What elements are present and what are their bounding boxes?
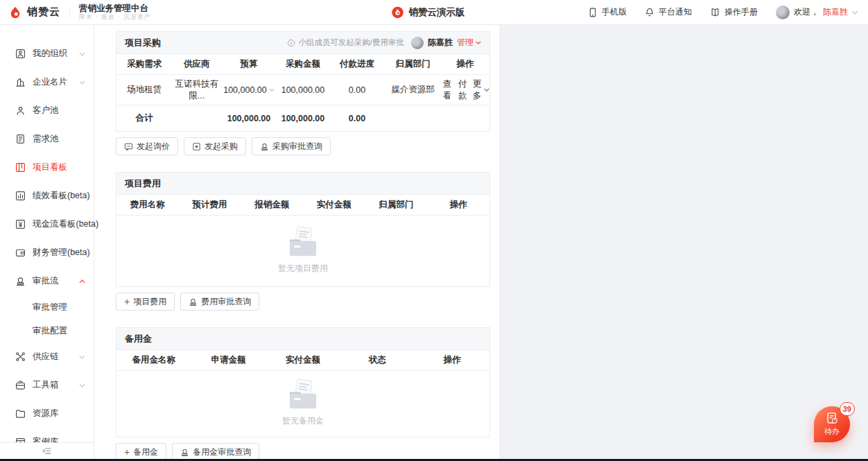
cell-need: 场地租赁 (116, 84, 173, 96)
total-progress: 0.00 (329, 114, 385, 123)
sidebar-item-demand-pool[interactable]: 需求池 (0, 125, 94, 153)
add-expense-button[interactable]: + 项目费用 (116, 293, 175, 311)
expense-table-header: 费用名称 预计费用 报销金额 实付金额 归属部门 操作 (116, 195, 489, 216)
button-label: 备用金审批查询 (193, 446, 251, 458)
button-label: 费用审批查询 (201, 296, 251, 308)
building-icon (15, 77, 26, 87)
cell-amount: 100,000.00 (277, 85, 329, 95)
bar-chart-icon (15, 191, 26, 201)
member-avatar (411, 37, 424, 49)
reserve-empty-state: 暂无备用金 (116, 371, 489, 437)
cell-progress: 0.00 (329, 85, 385, 95)
button-label: 项目费用 (133, 296, 166, 308)
app-title: 营销业务管理中台 (79, 3, 151, 13)
brand-logo[interactable]: 销赞云 (8, 6, 60, 19)
main-content: 项目采购 小组成员可发起采购/费用审批 陈嘉胜 管理 采购需求 供应商 (94, 25, 499, 459)
env-title: 销赞云演示版 (409, 6, 465, 19)
user-menu[interactable]: 欢迎，陈嘉胜 (776, 6, 858, 19)
manage-dropdown[interactable]: 管理 (457, 37, 481, 49)
empty-text: 暂无备用金 (282, 415, 324, 427)
manual-button[interactable]: 操作手册 (710, 6, 758, 18)
app-title-block: 营销业务管理中台 降本 · 提效 · 沉淀资产 (79, 3, 151, 21)
document-icon (15, 134, 26, 144)
col-header: 备用金名称 (116, 354, 191, 366)
manual-label: 操作手册 (724, 6, 758, 18)
sidebar-item-approval-flow[interactable]: 审批流 (0, 267, 94, 295)
sidebar-item-project-board[interactable]: 项目看板 (0, 153, 94, 182)
bell-icon (645, 8, 654, 17)
sidebar-item-resource-library[interactable]: 资源库 (0, 399, 94, 428)
sidebar-item-customer-pool[interactable]: 客户池 (0, 96, 94, 125)
purchase-approval-query-button[interactable]: 采购审批查询 (252, 137, 331, 155)
start-purchase-button[interactable]: 发起采购 (184, 137, 246, 155)
mobile-version-label: 手机版 (602, 6, 627, 18)
sidebar-collapse-toggle[interactable] (0, 442, 94, 459)
todo-floating-button[interactable]: 待办 39 (814, 406, 850, 442)
book-icon (710, 8, 720, 17)
quote-bubble-icon (124, 142, 133, 151)
sidebar-subitem-approval-config[interactable]: 审批配置 (0, 319, 94, 342)
col-header: 采购金额 (277, 58, 329, 70)
purchase-panel-header: 项目采购 小组成员可发起采购/费用审批 陈嘉胜 管理 (116, 32, 489, 54)
sidebar-item-performance-board[interactable]: 绩效看板(beta) (0, 182, 94, 210)
plus-icon: + (124, 447, 130, 457)
start-inquiry-button[interactable]: 发起询价 (116, 137, 178, 155)
more-dropdown[interactable]: 更多 (472, 78, 489, 102)
chevron-down-icon (79, 194, 85, 198)
sidebar-item-cashflow-board[interactable]: 现金流看板(beta) (0, 210, 94, 238)
cell-department: 媒介资源部 (385, 84, 441, 96)
briefcase-icon (15, 380, 26, 390)
environment-title: 销赞云演示版 (392, 0, 465, 25)
expense-approval-query-button[interactable]: 费用审批查询 (180, 293, 259, 311)
wallet-icon (15, 247, 26, 258)
chevron-up-icon (79, 279, 85, 284)
topbar: 销赞云 营销业务管理中台 降本 · 提效 · 沉淀资产 销赞云演示版 手机版 平… (0, 0, 868, 25)
chevron-down-icon (269, 88, 275, 92)
col-header: 申请金额 (191, 354, 266, 366)
sidebar-item-label: 供应链 (33, 351, 59, 363)
member-name: 陈嘉胜 (428, 37, 453, 49)
view-link[interactable]: 查看 (441, 78, 453, 102)
sidebar-subitem-approval-management[interactable]: 审批管理 (0, 295, 94, 319)
page-background (499, 25, 868, 459)
sidebar-item-my-organization[interactable]: 我的组织 (0, 40, 94, 68)
button-label: 备用金 (133, 446, 158, 458)
topbar-divider (69, 6, 70, 19)
sidebar: 我的组织 企业名片 客户池 需求池 项目看板 绩效看板(beta) 现 (0, 25, 94, 459)
col-header: 报销金额 (241, 199, 303, 211)
purchase-actions: 发起询价 发起采购 采购审批查询 (116, 137, 490, 155)
empty-folder-icon (285, 226, 321, 258)
sidebar-item-company-card[interactable]: 企业名片 (0, 68, 94, 96)
purchase-notice-text: 小组成员可发起采购/费用审批 (298, 37, 404, 48)
sidebar-item-label: 审批配置 (33, 325, 67, 337)
reserve-table-header: 备用金名称 申请金额 实付金额 状态 操作 (116, 350, 489, 371)
pay-link[interactable]: 付款 (456, 78, 468, 102)
button-label: 发起询价 (137, 141, 170, 153)
col-header: 操作 (415, 354, 489, 366)
collapse-menu-icon (42, 446, 52, 456)
sidebar-item-finance-management[interactable]: 财务管理(beta) (0, 238, 94, 267)
chevron-down-icon (79, 251, 85, 255)
col-header: 预算 (221, 58, 277, 70)
sidebar-item-toolbox[interactable]: 工具箱 (0, 371, 94, 399)
col-header: 供应商 (173, 58, 221, 70)
row-actions: 查看 付款 更多 (441, 78, 489, 102)
chevron-down-icon (79, 223, 85, 227)
reserve-panel-title: 备用金 (125, 333, 152, 345)
expense-panel-title: 项目费用 (125, 177, 161, 190)
platform-notice-button[interactable]: 平台通知 (645, 6, 692, 18)
cell-supplier: 互诺科技有限... (173, 78, 221, 102)
mobile-version-button[interactable]: 手机版 (588, 6, 627, 18)
button-label: 采购审批查询 (272, 141, 322, 153)
button-label: 发起采购 (205, 141, 238, 153)
chevron-down-icon (79, 355, 85, 359)
empty-text: 暂无项目费用 (278, 263, 328, 275)
sidebar-item-supply-chain[interactable]: 供应链 (0, 342, 94, 371)
col-header: 付款进度 (329, 58, 385, 70)
col-header: 实付金额 (266, 354, 340, 366)
sidebar-item-label: 需求池 (33, 133, 59, 145)
col-header: 归属部门 (365, 199, 428, 211)
cell-budget[interactable]: 100,000.00 (221, 85, 277, 95)
expense-empty-state: 暂无项目费用 (116, 216, 489, 286)
welcome-text: 欢迎， (794, 6, 819, 18)
